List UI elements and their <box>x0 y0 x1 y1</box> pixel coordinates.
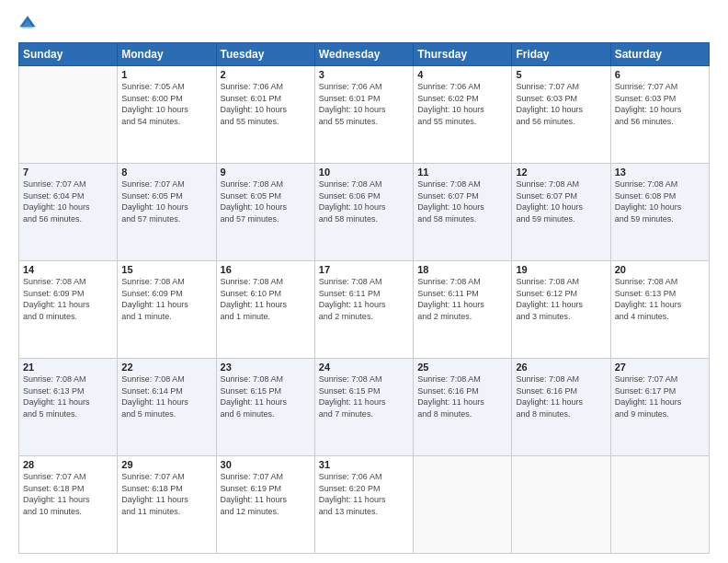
day-info: Sunrise: 7:08 AM Sunset: 6:07 PM Dayligh… <box>516 178 606 224</box>
calendar-week-row: 28Sunrise: 7:07 AM Sunset: 6:18 PM Dayli… <box>19 456 710 554</box>
calendar-cell: 16Sunrise: 7:08 AM Sunset: 6:10 PM Dayli… <box>216 261 314 359</box>
calendar-cell: 1Sunrise: 7:05 AM Sunset: 6:00 PM Daylig… <box>118 66 216 164</box>
day-info: Sunrise: 7:08 AM Sunset: 6:12 PM Dayligh… <box>516 276 606 322</box>
logo-icon <box>18 15 37 33</box>
day-number: 30 <box>221 459 311 470</box>
calendar-cell <box>512 456 610 554</box>
calendar-cell: 29Sunrise: 7:07 AM Sunset: 6:18 PM Dayli… <box>118 456 216 554</box>
weekday-header-thursday: Thursday <box>414 43 512 66</box>
day-info: Sunrise: 7:08 AM Sunset: 6:16 PM Dayligh… <box>417 373 507 419</box>
calendar-cell: 18Sunrise: 7:08 AM Sunset: 6:11 PM Dayli… <box>414 261 512 359</box>
day-info: Sunrise: 7:08 AM Sunset: 6:09 PM Dayligh… <box>23 276 113 322</box>
calendar-cell: 15Sunrise: 7:08 AM Sunset: 6:09 PM Dayli… <box>118 261 216 359</box>
day-number: 12 <box>516 167 606 178</box>
day-number: 24 <box>319 362 409 373</box>
day-info: Sunrise: 7:08 AM Sunset: 6:13 PM Dayligh… <box>23 373 113 419</box>
day-number: 31 <box>319 459 409 470</box>
day-info: Sunrise: 7:08 AM Sunset: 6:15 PM Dayligh… <box>221 373 311 419</box>
calendar-cell: 22Sunrise: 7:08 AM Sunset: 6:14 PM Dayli… <box>118 359 216 456</box>
calendar-cell: 17Sunrise: 7:08 AM Sunset: 6:11 PM Dayli… <box>314 261 413 359</box>
day-info: Sunrise: 7:08 AM Sunset: 6:05 PM Dayligh… <box>221 178 311 224</box>
day-number: 29 <box>121 459 211 470</box>
day-info: Sunrise: 7:06 AM Sunset: 6:01 PM Dayligh… <box>319 81 409 127</box>
day-number: 22 <box>121 362 211 373</box>
day-number: 3 <box>319 69 409 80</box>
day-info: Sunrise: 7:08 AM Sunset: 6:15 PM Dayligh… <box>319 373 409 419</box>
calendar-cell: 23Sunrise: 7:08 AM Sunset: 6:15 PM Dayli… <box>216 359 314 456</box>
calendar-cell: 8Sunrise: 7:07 AM Sunset: 6:05 PM Daylig… <box>118 164 216 261</box>
calendar-cell: 27Sunrise: 7:07 AM Sunset: 6:17 PM Dayli… <box>610 359 709 456</box>
day-info: Sunrise: 7:07 AM Sunset: 6:18 PM Dayligh… <box>23 471 113 517</box>
day-number: 15 <box>121 264 211 275</box>
calendar-cell <box>414 456 512 554</box>
day-info: Sunrise: 7:07 AM Sunset: 6:18 PM Dayligh… <box>121 471 211 517</box>
calendar-cell: 30Sunrise: 7:07 AM Sunset: 6:19 PM Dayli… <box>216 456 314 554</box>
day-info: Sunrise: 7:08 AM Sunset: 6:11 PM Dayligh… <box>319 276 409 322</box>
day-info: Sunrise: 7:05 AM Sunset: 6:00 PM Dayligh… <box>121 81 211 127</box>
day-info: Sunrise: 7:06 AM Sunset: 6:01 PM Dayligh… <box>221 81 311 127</box>
day-info: Sunrise: 7:07 AM Sunset: 6:17 PM Dayligh… <box>615 373 705 419</box>
day-info: Sunrise: 7:07 AM Sunset: 6:19 PM Dayligh… <box>221 471 311 517</box>
calendar-cell: 11Sunrise: 7:08 AM Sunset: 6:07 PM Dayli… <box>414 164 512 261</box>
day-number: 26 <box>516 362 606 373</box>
day-number: 13 <box>615 167 705 178</box>
day-info: Sunrise: 7:08 AM Sunset: 6:06 PM Dayligh… <box>319 178 409 224</box>
day-info: Sunrise: 7:07 AM Sunset: 6:05 PM Dayligh… <box>121 178 211 224</box>
calendar-cell: 12Sunrise: 7:08 AM Sunset: 6:07 PM Dayli… <box>512 164 610 261</box>
day-number: 10 <box>319 167 409 178</box>
weekday-header-monday: Monday <box>118 43 216 66</box>
calendar-week-row: 1Sunrise: 7:05 AM Sunset: 6:00 PM Daylig… <box>19 66 710 164</box>
day-number: 5 <box>516 69 606 80</box>
day-info: Sunrise: 7:08 AM Sunset: 6:10 PM Dayligh… <box>221 276 311 322</box>
calendar-cell: 5Sunrise: 7:07 AM Sunset: 6:03 PM Daylig… <box>512 66 610 164</box>
calendar-cell: 25Sunrise: 7:08 AM Sunset: 6:16 PM Dayli… <box>414 359 512 456</box>
day-info: Sunrise: 7:08 AM Sunset: 6:14 PM Dayligh… <box>121 373 211 419</box>
weekday-header-saturday: Saturday <box>610 43 709 66</box>
page: SundayMondayTuesdayWednesdayThursdayFrid… <box>0 0 728 563</box>
calendar-cell: 3Sunrise: 7:06 AM Sunset: 6:01 PM Daylig… <box>314 66 413 164</box>
day-info: Sunrise: 7:08 AM Sunset: 6:09 PM Dayligh… <box>121 276 211 322</box>
day-number: 9 <box>221 167 311 178</box>
day-number: 17 <box>319 264 409 275</box>
calendar-cell: 20Sunrise: 7:08 AM Sunset: 6:13 PM Dayli… <box>610 261 709 359</box>
day-number: 16 <box>221 264 311 275</box>
calendar-cell: 19Sunrise: 7:08 AM Sunset: 6:12 PM Dayli… <box>512 261 610 359</box>
day-info: Sunrise: 7:07 AM Sunset: 6:03 PM Dayligh… <box>516 81 606 127</box>
day-number: 7 <box>23 167 113 178</box>
weekday-header-wednesday: Wednesday <box>314 43 413 66</box>
day-number: 18 <box>417 264 507 275</box>
calendar-cell: 13Sunrise: 7:08 AM Sunset: 6:08 PM Dayli… <box>610 164 709 261</box>
calendar-cell: 6Sunrise: 7:07 AM Sunset: 6:03 PM Daylig… <box>610 66 709 164</box>
calendar-cell: 21Sunrise: 7:08 AM Sunset: 6:13 PM Dayli… <box>19 359 118 456</box>
calendar-cell <box>19 66 118 164</box>
day-info: Sunrise: 7:08 AM Sunset: 6:16 PM Dayligh… <box>516 373 606 419</box>
day-number: 28 <box>23 459 113 470</box>
day-number: 8 <box>121 167 211 178</box>
calendar-cell: 24Sunrise: 7:08 AM Sunset: 6:15 PM Dayli… <box>314 359 413 456</box>
calendar-table: SundayMondayTuesdayWednesdayThursdayFrid… <box>18 42 710 554</box>
day-number: 19 <box>516 264 606 275</box>
weekday-header-row: SundayMondayTuesdayWednesdayThursdayFrid… <box>19 43 710 66</box>
logo-area <box>18 15 40 33</box>
calendar-cell: 10Sunrise: 7:08 AM Sunset: 6:06 PM Dayli… <box>314 164 413 261</box>
logo <box>18 15 40 33</box>
day-info: Sunrise: 7:07 AM Sunset: 6:04 PM Dayligh… <box>23 178 113 224</box>
day-info: Sunrise: 7:08 AM Sunset: 6:13 PM Dayligh… <box>615 276 705 322</box>
day-number: 6 <box>615 69 705 80</box>
calendar-cell: 4Sunrise: 7:06 AM Sunset: 6:02 PM Daylig… <box>414 66 512 164</box>
weekday-header-sunday: Sunday <box>19 43 118 66</box>
calendar-cell: 14Sunrise: 7:08 AM Sunset: 6:09 PM Dayli… <box>19 261 118 359</box>
calendar-cell: 9Sunrise: 7:08 AM Sunset: 6:05 PM Daylig… <box>216 164 314 261</box>
day-number: 21 <box>23 362 113 373</box>
day-info: Sunrise: 7:06 AM Sunset: 6:02 PM Dayligh… <box>417 81 507 127</box>
calendar-week-row: 7Sunrise: 7:07 AM Sunset: 6:04 PM Daylig… <box>19 164 710 261</box>
calendar-cell: 31Sunrise: 7:06 AM Sunset: 6:20 PM Dayli… <box>314 456 413 554</box>
day-number: 23 <box>221 362 311 373</box>
calendar-cell: 2Sunrise: 7:06 AM Sunset: 6:01 PM Daylig… <box>216 66 314 164</box>
header <box>18 15 710 33</box>
day-info: Sunrise: 7:07 AM Sunset: 6:03 PM Dayligh… <box>615 81 705 127</box>
day-info: Sunrise: 7:08 AM Sunset: 6:11 PM Dayligh… <box>417 276 507 322</box>
day-number: 14 <box>23 264 113 275</box>
day-number: 20 <box>615 264 705 275</box>
calendar-cell <box>610 456 709 554</box>
